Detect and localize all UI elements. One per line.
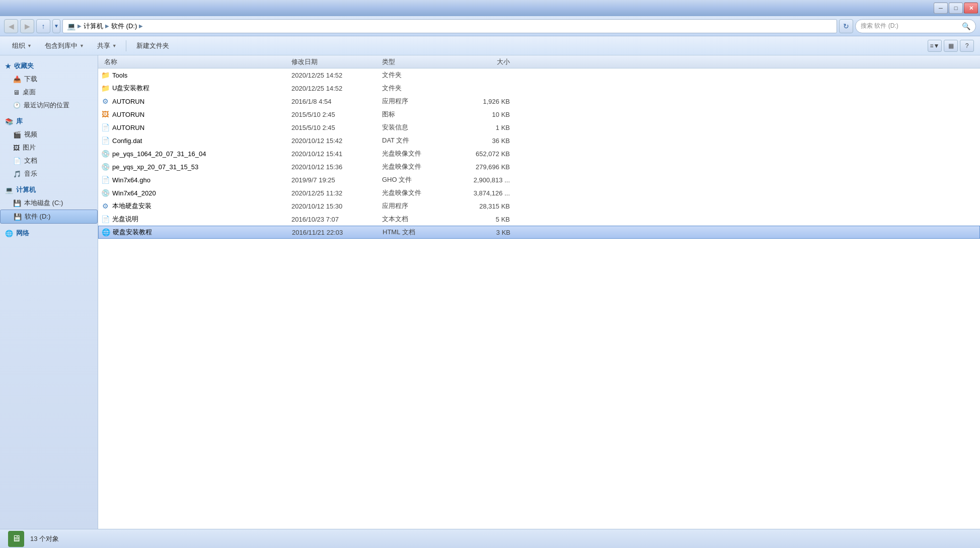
breadcrumb: 💻 ▶ 计算机 ▶ 软件 (D:) ▶ bbox=[62, 19, 837, 33]
sidebar-section-favorites: ★ 收藏夹 📥 下载 🖥 桌面 🕐 最近访问的位置 bbox=[0, 59, 98, 112]
view-options-button[interactable]: ≡▼ bbox=[928, 40, 942, 52]
sidebar-section-computer: 💻 计算机 💾 本地磁盘 (C:) 💾 软件 (D:) bbox=[0, 183, 98, 224]
sidebar-item-music[interactable]: 🎵 音乐 bbox=[0, 167, 98, 180]
organize-label: 组织 bbox=[12, 41, 25, 50]
table-row[interactable]: 🌐 硬盘安装教程 2016/11/21 22:03 HTML 文档 3 KB bbox=[98, 226, 980, 239]
up-button[interactable]: ↑ bbox=[36, 19, 50, 33]
file-name: U盘安装教程 bbox=[110, 84, 291, 93]
sidebar-item-recent[interactable]: 🕐 最近访问的位置 bbox=[0, 99, 98, 112]
close-button[interactable]: ✕ bbox=[964, 3, 978, 14]
forward-button[interactable]: ▶ bbox=[20, 19, 34, 33]
toolbar-separator bbox=[126, 40, 126, 51]
share-label: 共享 bbox=[97, 41, 110, 50]
file-type: 光盘映像文件 bbox=[382, 149, 453, 158]
breadcrumb-icon: 💻 bbox=[67, 22, 76, 30]
file-icon: 💿 bbox=[100, 162, 110, 172]
sidebar-item-software-d[interactable]: 💾 软件 (D:) bbox=[0, 210, 98, 224]
table-row[interactable]: 📁 U盘安装教程 2020/12/25 14:52 文件夹 bbox=[98, 82, 980, 95]
library-icon: 📚 bbox=[5, 118, 13, 125]
file-type: 应用程序 bbox=[382, 201, 453, 211]
table-row[interactable]: 💿 Win7x64_2020 2020/12/25 11:32 光盘映像文件 3… bbox=[98, 186, 980, 199]
sidebar-item-desktop[interactable]: 🖥 桌面 bbox=[0, 86, 98, 99]
file-date: 2020/12/25 14:52 bbox=[291, 85, 382, 92]
new-folder-button[interactable]: 新建文件夹 bbox=[129, 38, 176, 53]
file-size: 2,900,813 ... bbox=[453, 176, 518, 184]
file-name: 硬盘安装教程 bbox=[111, 228, 292, 237]
recent-label: 最近访问的位置 bbox=[24, 101, 69, 110]
col-header-name[interactable]: 名称 bbox=[100, 57, 291, 66]
file-icon: 📄 bbox=[100, 214, 110, 224]
organize-button[interactable]: 组织 ▼ bbox=[6, 38, 38, 53]
file-size: 5 KB bbox=[453, 216, 518, 223]
sidebar-item-video[interactable]: 🎬 视频 bbox=[0, 128, 98, 141]
file-type: 应用程序 bbox=[382, 97, 453, 106]
file-name: pe_yqs_xp_20_07_31_15_53 bbox=[110, 163, 291, 171]
download-label: 下载 bbox=[24, 75, 37, 84]
file-date: 2015/5/10 2:45 bbox=[291, 124, 382, 131]
status-bar: 🖥 13 个对象 bbox=[0, 529, 980, 548]
table-row[interactable]: 📄 Config.dat 2020/10/12 15:42 DAT 文件 36 … bbox=[98, 134, 980, 147]
sidebar-item-document[interactable]: 📄 文档 bbox=[0, 154, 98, 167]
col-header-type[interactable]: 类型 bbox=[382, 57, 453, 66]
video-icon: 🎬 bbox=[13, 131, 21, 139]
file-name: 本地硬盘安装 bbox=[110, 201, 291, 211]
file-type: DAT 文件 bbox=[382, 136, 453, 145]
back-button[interactable]: ◀ bbox=[4, 19, 18, 33]
file-name: Win7x64_2020 bbox=[110, 189, 291, 197]
breadcrumb-computer[interactable]: 计算机 bbox=[84, 22, 103, 31]
sidebar-favorites-header[interactable]: ★ 收藏夹 bbox=[0, 59, 98, 73]
file-name: Config.dat bbox=[110, 137, 291, 145]
recent-locations-button[interactable]: ▼ bbox=[52, 19, 60, 33]
maximize-button[interactable]: □ bbox=[949, 3, 963, 14]
breadcrumb-arrow-2: ▶ bbox=[105, 23, 109, 29]
file-name: pe_yqs_1064_20_07_31_16_04 bbox=[110, 150, 291, 158]
table-row[interactable]: 📄 Win7x64.gho 2019/9/7 19:25 GHO 文件 2,90… bbox=[98, 173, 980, 186]
table-row[interactable]: ⚙ 本地硬盘安装 2020/10/12 15:30 应用程序 28,315 KB bbox=[98, 199, 980, 213]
file-name: AUTORUN bbox=[110, 124, 291, 131]
preview-pane-button[interactable]: ▦ bbox=[944, 40, 958, 52]
file-type: GHO 文件 bbox=[382, 175, 453, 184]
picture-icon: 🖼 bbox=[13, 144, 20, 152]
share-button[interactable]: 共享 ▼ bbox=[91, 38, 123, 53]
sidebar-item-download[interactable]: 📥 下载 bbox=[0, 73, 98, 86]
sidebar-section-library: 📚 库 🎬 视频 🖼 图片 📄 文档 🎵 音乐 bbox=[0, 115, 98, 180]
add-to-library-button[interactable]: 包含到库中 ▼ bbox=[39, 38, 90, 53]
sidebar-library-header[interactable]: 📚 库 bbox=[0, 115, 98, 128]
breadcrumb-drive[interactable]: 软件 (D:) bbox=[111, 22, 137, 31]
refresh-button[interactable]: ↻ bbox=[839, 19, 853, 33]
file-type: HTML 文档 bbox=[383, 228, 453, 237]
table-row[interactable]: 📄 光盘说明 2016/10/23 7:07 文本文档 5 KB bbox=[98, 213, 980, 226]
title-bar-buttons: ─ □ ✕ bbox=[934, 3, 978, 14]
table-row[interactable]: 🖼 AUTORUN 2015/5/10 2:45 图标 10 KB bbox=[98, 108, 980, 121]
file-date: 2020/12/25 11:32 bbox=[291, 189, 382, 197]
sidebar-item-picture[interactable]: 🖼 图片 bbox=[0, 141, 98, 154]
preview-icon: ▦ bbox=[948, 42, 954, 49]
sidebar-network-header[interactable]: 🌐 网络 bbox=[0, 227, 98, 240]
sidebar-item-local-c[interactable]: 💾 本地磁盘 (C:) bbox=[0, 196, 98, 210]
document-label: 文档 bbox=[24, 156, 37, 165]
share-chevron: ▼ bbox=[112, 43, 117, 48]
computer-icon: 💻 bbox=[5, 186, 13, 194]
file-date: 2016/10/23 7:07 bbox=[291, 216, 382, 223]
file-type: 图标 bbox=[382, 110, 453, 119]
table-row[interactable]: 📄 AUTORUN 2015/5/10 2:45 安装信息 1 KB bbox=[98, 121, 980, 134]
breadcrumb-arrow-3: ▶ bbox=[139, 23, 143, 29]
add-to-library-label: 包含到库中 bbox=[45, 41, 78, 50]
file-icon: 🌐 bbox=[101, 227, 111, 237]
status-text: 13 个对象 bbox=[30, 534, 59, 543]
col-header-size[interactable]: 大小 bbox=[453, 57, 518, 66]
minimize-button[interactable]: ─ bbox=[934, 3, 948, 14]
local-c-label: 本地磁盘 (C:) bbox=[24, 198, 63, 208]
search-bar[interactable]: 搜索 软件 (D:) 🔍 bbox=[855, 19, 976, 33]
table-row[interactable]: 💿 pe_yqs_xp_20_07_31_15_53 2020/10/12 15… bbox=[98, 160, 980, 173]
table-row[interactable]: 📁 Tools 2020/12/25 14:52 文件夹 bbox=[98, 68, 980, 82]
sidebar-computer-header[interactable]: 💻 计算机 bbox=[0, 183, 98, 196]
help-button[interactable]: ? bbox=[960, 40, 974, 52]
local-c-icon: 💾 bbox=[13, 199, 21, 207]
software-d-icon: 💾 bbox=[14, 213, 22, 221]
col-header-date[interactable]: 修改日期 bbox=[291, 57, 382, 66]
table-row[interactable]: ⚙ AUTORUN 2016/1/8 4:54 应用程序 1,926 KB bbox=[98, 95, 980, 108]
file-icon: 📄 bbox=[100, 135, 110, 146]
table-row[interactable]: 💿 pe_yqs_1064_20_07_31_16_04 2020/10/12 … bbox=[98, 147, 980, 160]
file-icon: ⚙ bbox=[100, 201, 110, 211]
